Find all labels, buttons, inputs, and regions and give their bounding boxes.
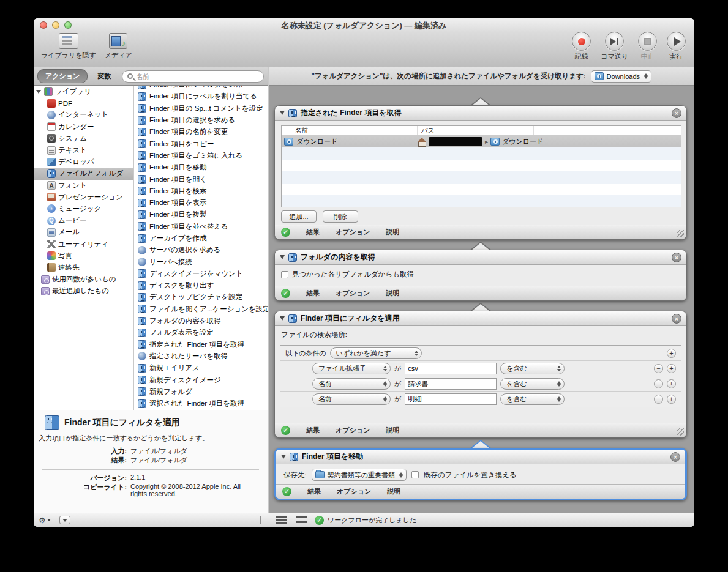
remove-action-icon[interactable]: × (672, 253, 681, 262)
title-bar[interactable]: 名称未設定 (フォルダアクション) — 編集済み (34, 18, 694, 32)
add-condition-button[interactable]: + (667, 379, 676, 388)
add-condition-button[interactable]: + (667, 364, 676, 373)
gear-menu-button[interactable]: ⚙ (39, 516, 51, 525)
add-condition-button[interactable]: + (667, 349, 676, 358)
action-list-item[interactable]: Finder 項目を検索 (134, 185, 268, 197)
condition-value-input[interactable] (405, 363, 497, 374)
resize-handle[interactable] (677, 230, 684, 237)
result-link[interactable]: 結果 (306, 228, 320, 237)
tab-variables[interactable]: 変数 (97, 72, 111, 81)
remove-item-button[interactable]: 削除 (323, 210, 358, 223)
action-list-item[interactable]: フォルダの内容を取得 (134, 315, 268, 327)
condition-value-input[interactable] (405, 393, 497, 405)
action-list-item[interactable]: Finder 項目を表示 (134, 197, 268, 209)
match-popup[interactable]: いずれかを満たす (330, 347, 422, 359)
action-block-get-folder-contents[interactable]: フォルダの内容を取得 × 見つかった各サブフォルダからも取得 ✓ 結果 オプショ… (274, 250, 687, 301)
options-link[interactable]: オプション (336, 228, 370, 237)
action-list-item[interactable]: Finder 項目の選択を求める (134, 114, 268, 126)
action-block-filter-finder-items[interactable]: Finder 項目にフィルタを適用 × ファイルの検索場所: 以下の条件のいずれ… (274, 311, 687, 438)
sidebar-item-utilities[interactable]: ユーティリティ (34, 238, 133, 250)
action-list-item[interactable]: 指定されたサーバを取得 (134, 351, 268, 362)
log-list-icon[interactable] (276, 516, 287, 524)
result-link[interactable]: 結果 (306, 426, 320, 435)
action-list-item[interactable]: Finder 項目の名前を変更 (134, 126, 268, 138)
options-link[interactable]: オプション (336, 426, 370, 435)
hide-library-button[interactable]: ライブラリを隠す (41, 33, 96, 60)
table-row-empty[interactable] (282, 184, 681, 195)
table-row-empty[interactable] (282, 147, 681, 159)
action-list-item[interactable]: Finder 項目にラベルを割り当てる (134, 91, 268, 102)
options-link[interactable]: オプション (336, 289, 370, 298)
panel-toggle-button[interactable] (59, 516, 70, 524)
condition-operator-popup[interactable]: を含む (500, 393, 565, 405)
media-button[interactable]: メディア (105, 33, 132, 60)
finder-items-table[interactable]: 名前 パス ダウンロード▸ダウンロード (281, 125, 681, 207)
sidebar-item-files-folders[interactable]: ファイルとフォルダ (34, 168, 133, 179)
sidebar-item-font[interactable]: Aフォント (34, 180, 133, 191)
action-list-item[interactable]: Finder 項目にフィルタを適用 (134, 86, 268, 91)
action-list-item[interactable]: Finder 項目を複製 (134, 209, 268, 220)
search-field[interactable] (122, 70, 264, 83)
sidebar-item-developer[interactable]: デベロッパ (34, 156, 133, 168)
destination-popup[interactable]: 契約書類等の重要書類 (312, 469, 407, 481)
table-row-empty[interactable] (282, 171, 681, 183)
action-list-item[interactable]: Finder 項目を開く (134, 173, 268, 185)
collapse-triangle-icon[interactable] (280, 111, 285, 115)
sidebar-item-mail[interactable]: メール (34, 226, 133, 238)
sidebar-item-music[interactable]: ♪ミュージック (34, 203, 133, 215)
remove-action-icon[interactable]: × (670, 452, 680, 462)
action-list-item[interactable]: 新規ディスクイメージ (134, 374, 268, 385)
action-list-item[interactable]: Finder 項目を移動 (134, 162, 268, 173)
run-button[interactable]: 実行 (667, 32, 686, 61)
table-row-empty[interactable] (282, 160, 681, 171)
folder-action-folder-popup[interactable]: Downloads (591, 70, 651, 83)
options-link[interactable]: オプション (337, 487, 371, 496)
description-link[interactable]: 説明 (386, 289, 399, 298)
action-list-item[interactable]: 新規エイリアス (134, 362, 268, 374)
description-link[interactable]: 説明 (386, 228, 399, 237)
condition-field-popup[interactable]: ファイル拡張子 (312, 363, 391, 374)
pane-resize-grip[interactable] (258, 516, 264, 524)
action-list-item[interactable]: 新規フォルダ (134, 386, 268, 398)
action-list-item[interactable]: サーバへ接続 (134, 256, 268, 267)
sidebar-item-movie[interactable]: Qムービー (34, 215, 133, 226)
sidebar-item-photos[interactable]: 写真 (34, 250, 133, 262)
condition-operator-popup[interactable]: を含む (500, 378, 565, 390)
action-list-item[interactable]: デスクトップピクチャを設定 (134, 291, 268, 303)
column-header-path[interactable]: パス (418, 126, 534, 135)
tab-actions[interactable]: アクション (37, 69, 88, 83)
remove-condition-button[interactable]: − (654, 379, 663, 388)
condition-value-input[interactable] (405, 378, 497, 390)
sidebar-item-pdf[interactable]: PDF (34, 97, 133, 109)
action-block-move-finder-items[interactable]: Finder 項目を移動 × 保存先: 契約書類等の重要書類 既存のファイルを置… (274, 448, 687, 500)
disclosure-triangle-icon[interactable] (36, 90, 41, 94)
table-row[interactable]: ダウンロード▸ダウンロード (282, 136, 681, 147)
condition-operator-popup[interactable]: を含む (500, 363, 565, 374)
description-link[interactable]: 説明 (387, 487, 400, 496)
remove-action-icon[interactable]: × (672, 314, 681, 324)
add-item-button[interactable]: 追加... (281, 210, 317, 223)
action-list-item[interactable]: ディスクイメージをマウント (134, 268, 268, 280)
sidebar-smart-item[interactable]: 最近追加したもの (34, 285, 133, 297)
action-block-get-specified-finder-items[interactable]: 指定された Finder 項目を取得 × 名前 パス ダウンロード▸ダウンロード… (274, 105, 687, 240)
subfolder-checkbox[interactable] (281, 271, 288, 278)
block-header[interactable]: Finder 項目にフィルタを適用 × (275, 311, 686, 326)
action-list-item[interactable]: Finder 項目の Sp...t コメントを設定 (134, 103, 268, 114)
variables-view-icon[interactable] (296, 516, 307, 524)
condition-field-popup[interactable]: 名前 (312, 378, 391, 390)
action-list-item[interactable]: ディスクを取り出す (134, 280, 268, 291)
sidebar-item-library[interactable]: ライブラリ (34, 86, 133, 97)
action-list-item[interactable]: 指定された Finder 項目を取得 (134, 339, 268, 351)
action-list-item[interactable]: アーカイブを作成 (134, 232, 268, 244)
result-link[interactable]: 結果 (307, 487, 321, 496)
result-link[interactable]: 結果 (306, 289, 320, 298)
action-list-item[interactable]: ファイルを開くア...ケーションを設定 (134, 303, 268, 315)
search-input[interactable] (136, 73, 258, 80)
block-header[interactable]: 指定された Finder 項目を取得 × (275, 106, 686, 121)
sidebar-item-presentation[interactable]: プレゼンテーション (34, 191, 133, 203)
block-header[interactable]: Finder 項目を移動 × (276, 450, 685, 464)
action-list-item[interactable]: サーバの選択を求める (134, 244, 268, 256)
collapse-triangle-icon[interactable] (280, 255, 285, 259)
sidebar-item-system[interactable]: システム (34, 133, 133, 144)
description-link[interactable]: 説明 (386, 426, 399, 435)
